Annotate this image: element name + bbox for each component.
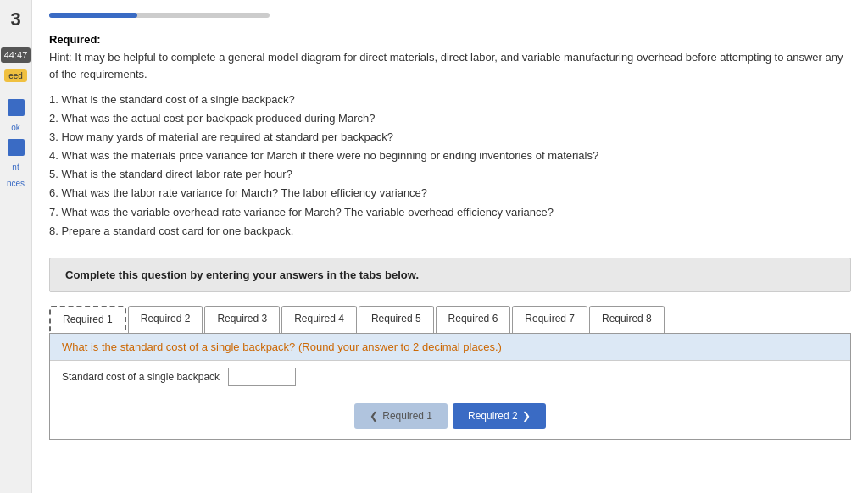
next-arrow: ❯ xyxy=(522,410,531,422)
tab-required-7[interactable]: Required 7 xyxy=(512,306,587,333)
tab-required-6[interactable]: Required 6 xyxy=(436,306,511,333)
sidebar-link-nt[interactable]: nt xyxy=(12,163,19,172)
sidebar-icon-2[interactable] xyxy=(8,139,25,156)
question-item-7: 7. What was the variable overhead rate v… xyxy=(49,203,851,222)
standard-cost-input[interactable] xyxy=(228,368,296,386)
tab-input-row: Standard cost of a single backpack xyxy=(50,361,850,393)
question-item-6: 6. What was the labor rate variance for … xyxy=(49,184,851,202)
complete-box: Complete this question by entering your … xyxy=(49,258,851,292)
timer-badge: 44:47 xyxy=(1,47,31,63)
question-main-text: What is the standard cost of a single ba… xyxy=(62,341,295,353)
next-button[interactable]: Required 2 ❯ xyxy=(453,403,546,429)
question-item-8: 8. Prepare a standard cost card for one … xyxy=(49,222,851,241)
required-label: Required: xyxy=(49,33,851,46)
tab-required-2[interactable]: Required 2 xyxy=(128,306,203,333)
sidebar: 3 44:47 eed ok nt nces xyxy=(0,0,32,493)
question-item-3: 3. How many yards of material are requir… xyxy=(49,128,851,147)
status-badge: eed xyxy=(4,69,27,82)
tabs-container: Required 1 Required 2 Required 3 Require… xyxy=(49,306,851,334)
prev-label: Required 1 xyxy=(382,410,432,422)
tab-required-5[interactable]: Required 5 xyxy=(359,306,434,333)
sidebar-link-ok[interactable]: ok xyxy=(11,123,20,132)
question-item-1: 1. What is the standard cost of a single… xyxy=(49,91,851,109)
prev-button[interactable]: ❮ Required 1 xyxy=(354,403,448,429)
complete-box-text: Complete this question by entering your … xyxy=(65,269,419,281)
questions-list: 1. What is the standard cost of a single… xyxy=(49,91,851,241)
prev-arrow: ❮ xyxy=(370,410,378,422)
main-content: Required: Hint: It may be helpful to com… xyxy=(32,0,868,493)
tab-content-area: What is the standard cost of a single ba… xyxy=(49,334,851,440)
tab-question-text: What is the standard cost of a single ba… xyxy=(50,334,850,361)
question-item-2: 2. What was the actual cost per backpack… xyxy=(49,109,851,128)
hint-text: Hint: It may be helpful to complete a ge… xyxy=(49,49,851,82)
progress-bar-fill xyxy=(49,13,137,18)
question-item-5: 5. What is the standard direct labor rat… xyxy=(49,165,851,184)
next-label: Required 2 xyxy=(468,410,518,422)
sidebar-link-nces[interactable]: nces xyxy=(7,179,25,188)
progress-bar-container xyxy=(49,13,270,18)
tab-required-1[interactable]: Required 1 xyxy=(49,306,126,333)
tab-required-3[interactable]: Required 3 xyxy=(204,306,280,333)
round-note: (Round your answer to 2 decimal places.) xyxy=(298,341,502,353)
tab-required-4[interactable]: Required 4 xyxy=(281,306,357,333)
problem-number: 3 xyxy=(10,8,20,30)
tab-required-8[interactable]: Required 8 xyxy=(589,306,665,333)
sidebar-icon-1[interactable] xyxy=(8,99,25,116)
question-item-4: 4. What was the materials price variance… xyxy=(49,147,851,165)
nav-buttons: ❮ Required 1 Required 2 ❯ xyxy=(50,393,850,439)
input-label: Standard cost of a single backpack xyxy=(62,371,220,383)
